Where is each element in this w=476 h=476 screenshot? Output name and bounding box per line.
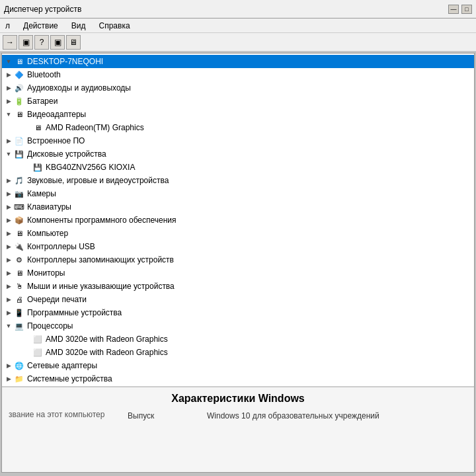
label-keyboards: Клавиатуры bbox=[27, 202, 71, 212]
tree-item-software[interactable]: ▶📦Компоненты программного обеспечения bbox=[2, 214, 474, 227]
tree-item-processors[interactable]: ▼💻Процессоры bbox=[2, 319, 474, 333]
toolbar-monitor[interactable]: 🖥 bbox=[66, 35, 81, 50]
label-bluetooth: Bluetooth bbox=[27, 70, 61, 79]
icon-monitors: 🖥 bbox=[14, 268, 24, 278]
label-software: Компоненты программного обеспечения bbox=[27, 216, 177, 225]
expand-icon-amd2 bbox=[23, 348, 31, 356]
bottom-panel: Характеристики Windows звание на этот ко… bbox=[2, 386, 474, 472]
toolbar: → ▣ ? ▣ 🖥 bbox=[0, 33, 476, 52]
expand-icon-processors: ▼ bbox=[5, 322, 13, 330]
tree-item-audio[interactable]: ▶🔊Аудиовходы и аудиовыходы bbox=[2, 81, 474, 95]
label-processors: Процессоры bbox=[27, 321, 73, 331]
icon-amd-radeon: 🖥 bbox=[32, 122, 43, 133]
expand-icon-software: ▶ bbox=[5, 216, 13, 224]
expand-icon-usb: ▶ bbox=[5, 243, 13, 251]
tree-item-system-devices[interactable]: ▶📁Системные устройства bbox=[2, 372, 474, 385]
label-net-adapters: Сетевые адаптеры bbox=[27, 361, 97, 370]
label-audio: Аудиовходы и аудиовыходы bbox=[27, 83, 131, 93]
bottom-panel-title: Характеристики Windows bbox=[2, 387, 474, 407]
expand-icon-keyboards: ▶ bbox=[5, 203, 13, 211]
icon-usb: 🔌 bbox=[14, 241, 24, 252]
label-display: Видеоадаптеры bbox=[27, 110, 86, 119]
tree-item-disk[interactable]: ▼💾Дисковые устройства bbox=[2, 147, 474, 161]
icon-kbg: 💾 bbox=[32, 162, 43, 173]
toolbar-back[interactable]: → bbox=[3, 35, 17, 50]
main-content: ▼ 🖥 DESKTOP-7NEQOHI ▶🔷Bluetooth▶🔊Аудиовх… bbox=[1, 53, 475, 473]
label-system-devices: Системные устройства bbox=[27, 374, 112, 383]
expand-icon-cameras: ▶ bbox=[5, 190, 13, 198]
tree-item-batteries[interactable]: ▶🔋Батареи bbox=[2, 95, 474, 108]
tree-item-display[interactable]: ▼🖥Видеоадаптеры bbox=[2, 108, 474, 121]
minimize-button[interactable]: — bbox=[448, 5, 459, 14]
window-title: Диспетчер устройств bbox=[4, 5, 81, 14]
tree-item-amd1[interactable]: ⬜AMD 3020e with Radeon Graphics bbox=[2, 333, 474, 346]
menu-help[interactable]: Справка bbox=[97, 20, 133, 31]
expand-icon-storage-ctrl: ▶ bbox=[5, 256, 13, 264]
icon-amd2: ⬜ bbox=[32, 347, 43, 358]
tree-item-mice[interactable]: ▶🖱Мыши и иные указывающие устройства bbox=[2, 280, 474, 293]
tree-item-sound[interactable]: ▶🎵Звуковые, игровые и видеоустройства bbox=[2, 174, 474, 187]
device-tree[interactable]: ▼ 🖥 DESKTOP-7NEQOHI ▶🔷Bluetooth▶🔊Аудиовх… bbox=[2, 54, 474, 386]
icon-print-queue: 🖨 bbox=[14, 294, 24, 305]
expand-icon-monitors: ▶ bbox=[5, 269, 13, 277]
tree-item-program-devices[interactable]: ▶📱Программные устройства bbox=[2, 306, 474, 319]
expand-icon-system-devices: ▶ bbox=[5, 375, 13, 383]
icon-amd1: ⬜ bbox=[32, 334, 43, 344]
expand-icon-net-adapters: ▶ bbox=[5, 362, 13, 370]
bottom-left-note: звание на этот компьютер bbox=[9, 410, 114, 422]
icon-system-devices: 📁 bbox=[14, 374, 24, 384]
icon-processors: 💻 bbox=[14, 321, 24, 331]
tree-item-usb[interactable]: ▶🔌Контроллеры USB bbox=[2, 240, 474, 253]
tree-item-firmware[interactable]: ▶📄Встроенное ПО bbox=[2, 134, 474, 147]
icon-computer: 🖥 bbox=[14, 228, 24, 239]
expand-icon-kbg bbox=[23, 163, 31, 171]
icon-bluetooth: 🔷 bbox=[14, 69, 24, 80]
toolbar-btn4[interactable]: ▣ bbox=[50, 35, 65, 50]
tree-item-monitors[interactable]: ▶🖥Мониторы bbox=[2, 266, 474, 280]
toolbar-btn2[interactable]: ▣ bbox=[19, 35, 33, 50]
tree-items-container: ▶🔷Bluetooth▶🔊Аудиовходы и аудиовыходы▶🔋Б… bbox=[2, 68, 474, 386]
toolbar-help[interactable]: ? bbox=[34, 35, 49, 50]
icon-audio: 🔊 bbox=[14, 83, 24, 93]
title-bar: Диспетчер устройств — □ bbox=[0, 0, 476, 19]
label-computer: Компьютер bbox=[27, 229, 68, 238]
icon-batteries: 🔋 bbox=[14, 96, 24, 106]
tree-item-print-queue[interactable]: ▶🖨Очереди печати bbox=[2, 293, 474, 306]
expand-icon-batteries: ▶ bbox=[5, 97, 13, 105]
expand-icon-firmware: ▶ bbox=[5, 137, 13, 145]
tree-item-bluetooth[interactable]: ▶🔷Bluetooth bbox=[2, 68, 474, 81]
tree-root[interactable]: ▼ 🖥 DESKTOP-7NEQOHI bbox=[2, 55, 474, 68]
label-storage-ctrl: Контроллеры запоминающих устройств bbox=[27, 255, 174, 264]
tree-item-amd-radeon[interactable]: 🖥AMD Radeon(TM) Graphics bbox=[2, 121, 474, 134]
menu-file[interactable]: л bbox=[3, 20, 13, 31]
expand-icon-sound: ▶ bbox=[5, 177, 13, 184]
tree-item-computer[interactable]: ▶🖥Компьютер bbox=[2, 227, 474, 240]
icon-program-devices: 📱 bbox=[14, 307, 24, 318]
tree-item-keyboards[interactable]: ▶⌨Клавиатуры bbox=[2, 200, 474, 214]
icon-storage-ctrl: ⚙ bbox=[14, 255, 24, 265]
root-label: DESKTOP-7NEQOHI bbox=[27, 57, 103, 66]
tree-item-amd2[interactable]: ⬜AMD 3020e with Radeon Graphics bbox=[2, 346, 474, 359]
label-usb: Контроллеры USB bbox=[27, 242, 95, 251]
tree-item-cameras[interactable]: ▶📷Камеры bbox=[2, 187, 474, 200]
window-controls: — □ bbox=[448, 5, 472, 14]
icon-disk: 💾 bbox=[14, 149, 24, 159]
label-disk: Дисковые устройства bbox=[27, 149, 106, 159]
expand-icon-amd1 bbox=[23, 335, 31, 343]
label-amd1: AMD 3020e with Radeon Graphics bbox=[46, 335, 168, 344]
maximize-button[interactable]: □ bbox=[461, 5, 472, 14]
icon-sound: 🎵 bbox=[14, 175, 24, 186]
menu-action[interactable]: Действие bbox=[20, 20, 61, 31]
edition-label: Выпуск bbox=[128, 411, 180, 420]
tree-item-net-adapters[interactable]: ▶🌐Сетевые адаптеры bbox=[2, 359, 474, 372]
label-mice: Мыши и иные указывающие устройства bbox=[27, 282, 175, 291]
label-cameras: Камеры bbox=[27, 189, 56, 198]
expand-icon-disk: ▼ bbox=[5, 150, 13, 158]
tree-item-storage-ctrl[interactable]: ▶⚙Контроллеры запоминающих устройств bbox=[2, 253, 474, 266]
computer-icon: 🖥 bbox=[14, 56, 24, 67]
tree-item-kbg[interactable]: 💾KBG40ZNV256G KIOXIA bbox=[2, 161, 474, 174]
label-amd2: AMD 3020e with Radeon Graphics bbox=[46, 348, 168, 357]
edition-value: Windows 10 для образовательных учреждени… bbox=[207, 411, 379, 420]
icon-firmware: 📄 bbox=[14, 136, 24, 146]
menu-view[interactable]: Вид bbox=[69, 20, 89, 31]
